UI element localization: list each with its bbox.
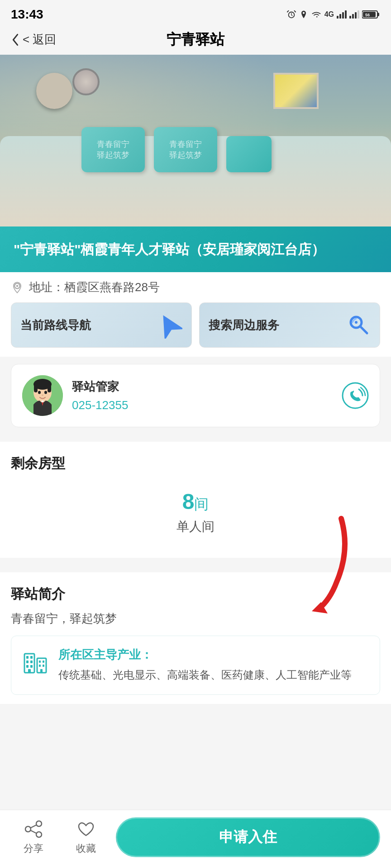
avatar-svg bbox=[22, 375, 63, 416]
status-time: 13:43 bbox=[11, 7, 43, 22]
industry-desc: 传统基础、光电显示、高端装备、医药健康、人工智能产业等 bbox=[58, 666, 369, 684]
title-banner: "宁青驿站"栖霞青年人才驿站（安居瑾家阅江台店） bbox=[0, 226, 391, 272]
back-label: < 返回 bbox=[23, 32, 56, 47]
svg-rect-38 bbox=[39, 660, 41, 663]
svg-rect-9 bbox=[358, 10, 359, 19]
navigation-label: 当前路线导航 bbox=[20, 317, 91, 333]
search-location-icon bbox=[343, 311, 371, 339]
svg-rect-11 bbox=[377, 13, 379, 16]
room-type-list: 8间 单人间 bbox=[0, 480, 391, 558]
map-buttons: 当前路线导航 搜索周边服务 bbox=[0, 302, 391, 357]
svg-point-26 bbox=[44, 391, 47, 394]
battery-icon: 56 bbox=[362, 10, 380, 19]
status-bar: 13:43 4G bbox=[0, 0, 391, 27]
alarm-icon bbox=[286, 9, 296, 19]
svg-point-27 bbox=[42, 395, 43, 396]
svg-rect-31 bbox=[30, 656, 33, 659]
svg-rect-23 bbox=[34, 383, 38, 392]
svg-point-25 bbox=[38, 391, 41, 394]
svg-marker-16 bbox=[155, 311, 182, 339]
intro-section: 驿站简介 青春留宁，驿起筑梦 所在区主导产 bbox=[0, 572, 391, 704]
svg-rect-40 bbox=[39, 665, 41, 667]
industry-title: 所在区主导产业： bbox=[58, 647, 369, 663]
apply-button[interactable]: 申请入住 bbox=[116, 817, 380, 857]
collect-label: 收藏 bbox=[76, 842, 96, 855]
svg-rect-4 bbox=[342, 12, 344, 19]
svg-rect-30 bbox=[26, 656, 29, 659]
svg-point-45 bbox=[36, 821, 42, 826]
svg-rect-6 bbox=[349, 16, 351, 19]
address-text: 地址：栖霞区燕春路28号 bbox=[29, 279, 160, 295]
search-nearby-button[interactable]: 搜索周边服务 bbox=[199, 302, 380, 348]
intro-title: 驿站简介 bbox=[11, 585, 380, 604]
svg-point-46 bbox=[25, 826, 31, 832]
4g-icon: 4G bbox=[324, 10, 334, 19]
manager-avatar bbox=[22, 375, 63, 416]
heart-icon bbox=[76, 819, 96, 839]
svg-rect-34 bbox=[26, 665, 29, 668]
industry-card: 所在区主导产业： 传统基础、光电显示、高端装备、医药健康、人工智能产业等 bbox=[11, 636, 380, 695]
phone-call-icon[interactable] bbox=[342, 382, 369, 409]
svg-rect-35 bbox=[30, 665, 33, 668]
svg-rect-36 bbox=[28, 669, 31, 673]
room-type-section: 剩余房型 8间 单人间 bbox=[0, 442, 391, 558]
signal-icon bbox=[337, 10, 347, 19]
room-unit: 间 bbox=[194, 496, 209, 512]
manager-title: 驿站管家 bbox=[72, 379, 333, 395]
page-title: 宁青驿站 bbox=[167, 30, 224, 50]
svg-rect-33 bbox=[30, 660, 33, 663]
navigation-arrow-icon bbox=[155, 311, 182, 339]
signal2-icon bbox=[349, 10, 359, 19]
svg-rect-3 bbox=[339, 14, 341, 19]
wifi-icon bbox=[311, 10, 322, 19]
address-row: 地址：栖霞区燕春路28号 bbox=[0, 272, 391, 302]
svg-rect-8 bbox=[355, 12, 357, 19]
room-type-item: 8间 单人间 bbox=[11, 480, 380, 544]
hero-image: 青春留宁驿起筑梦 青春留宁驿起筑梦 bbox=[0, 55, 391, 226]
gps-icon bbox=[299, 9, 308, 19]
apply-label: 申请入住 bbox=[219, 827, 277, 847]
location-icon bbox=[11, 281, 24, 294]
nav-bar: < 返回 宁青驿站 bbox=[0, 27, 391, 55]
svg-rect-42 bbox=[40, 669, 43, 673]
bottom-bar: 分享 收藏 申请入住 bbox=[0, 810, 391, 868]
svg-line-19 bbox=[360, 326, 367, 333]
manager-phone[interactable]: 025-12355 bbox=[72, 398, 333, 412]
manager-info: 驿站管家 025-12355 bbox=[72, 379, 333, 412]
collect-button[interactable]: 收藏 bbox=[63, 819, 109, 855]
manager-card: 驿站管家 025-12355 bbox=[11, 364, 380, 427]
navigation-button[interactable]: 当前路线导航 bbox=[11, 302, 192, 348]
svg-point-1 bbox=[303, 12, 305, 14]
svg-rect-5 bbox=[345, 10, 347, 19]
svg-rect-24 bbox=[48, 383, 51, 392]
industry-content: 所在区主导产业： 传统基础、光电显示、高端装备、医药健康、人工智能产业等 bbox=[58, 647, 369, 684]
back-button[interactable]: < 返回 bbox=[11, 32, 56, 47]
svg-point-47 bbox=[36, 832, 42, 837]
svg-rect-2 bbox=[337, 16, 339, 19]
svg-rect-41 bbox=[43, 665, 44, 667]
status-icons: 4G 56 bbox=[286, 9, 380, 19]
svg-line-49 bbox=[31, 830, 36, 833]
svg-text:56: 56 bbox=[365, 13, 370, 17]
svg-line-48 bbox=[31, 825, 36, 828]
share-icon bbox=[24, 819, 43, 839]
intro-text: 青春留宁，驿起筑梦 bbox=[11, 611, 380, 627]
title-banner-text: "宁青驿站"栖霞青年人才驿站（安居瑾家阅江台店） bbox=[14, 239, 377, 259]
svg-point-18 bbox=[355, 321, 358, 324]
share-label: 分享 bbox=[24, 842, 43, 855]
svg-rect-7 bbox=[352, 14, 354, 19]
room-section-header: 剩余房型 bbox=[0, 442, 391, 480]
back-chevron-icon bbox=[11, 33, 20, 46]
svg-point-28 bbox=[343, 383, 368, 408]
search-nearby-label: 搜索周边服务 bbox=[209, 317, 279, 333]
room-type-name: 单人间 bbox=[176, 518, 215, 535]
svg-rect-39 bbox=[43, 660, 44, 663]
svg-rect-32 bbox=[26, 660, 29, 663]
room-count: 8 bbox=[182, 490, 195, 514]
share-button[interactable]: 分享 bbox=[11, 819, 56, 855]
svg-point-15 bbox=[16, 285, 19, 287]
building-icon bbox=[22, 647, 49, 674]
